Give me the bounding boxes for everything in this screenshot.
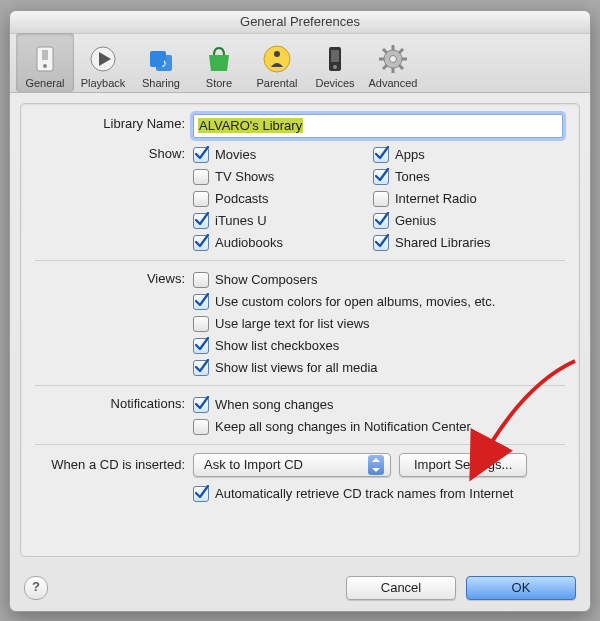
tab-label: Devices bbox=[315, 77, 354, 89]
svg-rect-1 bbox=[42, 50, 48, 60]
popup-arrows-icon bbox=[368, 455, 384, 475]
svg-point-9 bbox=[274, 51, 280, 57]
show-movies-label: Movies bbox=[215, 147, 256, 162]
show-movies-checkbox[interactable] bbox=[193, 147, 209, 163]
svg-line-20 bbox=[399, 65, 403, 69]
views-use-custom-colors-for-open-albums-movies-etc-checkbox[interactable] bbox=[193, 294, 209, 310]
show-tv-shows-checkbox[interactable] bbox=[193, 169, 209, 185]
notifications-label: Notifications: bbox=[35, 394, 193, 411]
ok-button[interactable]: OK bbox=[466, 576, 576, 600]
import-settings-label: Import Settings... bbox=[414, 457, 512, 472]
cancel-label: Cancel bbox=[381, 580, 421, 595]
import-settings-button[interactable]: Import Settings... bbox=[399, 453, 527, 477]
auto-retrieve-label: Automatically retrieve CD track names fr… bbox=[215, 486, 513, 501]
notif-keep-all-song-changes-in-notification-center-label: Keep all song changes in Notification Ce… bbox=[215, 419, 471, 434]
show-tv-shows-label: TV Shows bbox=[215, 169, 274, 184]
general-icon bbox=[29, 43, 61, 75]
views-show-list-checkboxes-checkbox[interactable] bbox=[193, 338, 209, 354]
tab-advanced[interactable]: Advanced bbox=[364, 33, 422, 92]
svg-text:♪: ♪ bbox=[161, 56, 167, 70]
preferences-body: Library Name: ALVARO's Library Show: Mov… bbox=[20, 103, 580, 557]
gear-icon bbox=[377, 43, 409, 75]
tab-devices[interactable]: Devices bbox=[306, 33, 364, 92]
show-genius-label: Genius bbox=[395, 213, 436, 228]
library-name-input[interactable]: ALVARO's Library bbox=[193, 114, 563, 138]
show-shared-libraries-checkbox[interactable] bbox=[373, 235, 389, 251]
tab-label: Parental bbox=[257, 77, 298, 89]
tab-parental[interactable]: Parental bbox=[248, 33, 306, 92]
svg-rect-11 bbox=[331, 50, 339, 62]
sharing-icon: ♪ bbox=[145, 43, 177, 75]
help-button[interactable]: ? bbox=[24, 576, 48, 600]
svg-line-21 bbox=[399, 49, 403, 53]
show-apps-label: Apps bbox=[395, 147, 425, 162]
show-label: Show: bbox=[35, 144, 193, 161]
auto-retrieve-checkbox[interactable] bbox=[193, 486, 209, 502]
playback-icon bbox=[87, 43, 119, 75]
show-audiobooks-checkbox[interactable] bbox=[193, 235, 209, 251]
tab-label: Store bbox=[206, 77, 232, 89]
tab-label: Sharing bbox=[142, 77, 180, 89]
show-tones-checkbox[interactable] bbox=[373, 169, 389, 185]
preferences-window: General Preferences General Playback bbox=[9, 10, 591, 612]
tab-playback[interactable]: Playback bbox=[74, 33, 132, 92]
views-label: Views: bbox=[35, 269, 193, 286]
parental-icon bbox=[261, 43, 293, 75]
views-use-large-text-for-list-views-label: Use large text for list views bbox=[215, 316, 370, 331]
notif-when-song-changes-checkbox[interactable] bbox=[193, 397, 209, 413]
show-internet-radio-label: Internet Radio bbox=[395, 191, 477, 206]
views-use-custom-colors-for-open-albums-movies-etc-label: Use custom colors for open albums, movie… bbox=[215, 294, 495, 309]
devices-icon bbox=[319, 43, 351, 75]
views-show-list-checkboxes-label: Show list checkboxes bbox=[215, 338, 339, 353]
separator bbox=[35, 444, 565, 445]
cd-inserted-label: When a CD is inserted: bbox=[35, 457, 193, 472]
svg-point-2 bbox=[43, 64, 47, 68]
tab-general[interactable]: General bbox=[16, 33, 74, 92]
show-podcasts-checkbox[interactable] bbox=[193, 191, 209, 207]
tab-label: Advanced bbox=[369, 77, 418, 89]
cd-action-popup[interactable]: Ask to Import CD bbox=[193, 453, 391, 477]
cancel-button[interactable]: Cancel bbox=[346, 576, 456, 600]
tab-label: General bbox=[25, 77, 64, 89]
library-name-value: ALVARO's Library bbox=[198, 118, 303, 133]
store-icon bbox=[203, 43, 235, 75]
notif-when-song-changes-label: When song changes bbox=[215, 397, 334, 412]
tab-store[interactable]: Store bbox=[190, 33, 248, 92]
tab-label: Playback bbox=[81, 77, 126, 89]
window-title: General Preferences bbox=[10, 11, 590, 34]
separator bbox=[35, 260, 565, 261]
svg-point-8 bbox=[264, 46, 290, 72]
views-show-list-views-for-all-media-checkbox[interactable] bbox=[193, 360, 209, 376]
notif-keep-all-song-changes-in-notification-center-checkbox[interactable] bbox=[193, 419, 209, 435]
separator bbox=[35, 385, 565, 386]
views-show-composers-checkbox[interactable] bbox=[193, 272, 209, 288]
show-genius-checkbox[interactable] bbox=[373, 213, 389, 229]
views-show-list-views-for-all-media-label: Show list views for all media bbox=[215, 360, 378, 375]
show-podcasts-label: Podcasts bbox=[215, 191, 268, 206]
svg-line-22 bbox=[383, 65, 387, 69]
show-itunes-u-label: iTunes U bbox=[215, 213, 267, 228]
show-audiobooks-label: Audiobooks bbox=[215, 235, 283, 250]
footer: ? Cancel OK bbox=[10, 565, 590, 611]
show-internet-radio-checkbox[interactable] bbox=[373, 191, 389, 207]
views-use-large-text-for-list-views-checkbox[interactable] bbox=[193, 316, 209, 332]
svg-point-12 bbox=[333, 65, 337, 69]
toolbar: General Playback ♪ Sharing bbox=[10, 34, 590, 93]
tab-sharing[interactable]: ♪ Sharing bbox=[132, 33, 190, 92]
ok-label: OK bbox=[512, 580, 531, 595]
show-tones-label: Tones bbox=[395, 169, 430, 184]
cd-action-value: Ask to Import CD bbox=[204, 457, 303, 472]
svg-line-19 bbox=[383, 49, 387, 53]
library-name-label: Library Name: bbox=[35, 114, 193, 131]
svg-point-14 bbox=[390, 55, 397, 62]
views-show-composers-label: Show Composers bbox=[215, 272, 318, 287]
show-apps-checkbox[interactable] bbox=[373, 147, 389, 163]
show-shared-libraries-label: Shared Libraries bbox=[395, 235, 490, 250]
show-itunes-u-checkbox[interactable] bbox=[193, 213, 209, 229]
